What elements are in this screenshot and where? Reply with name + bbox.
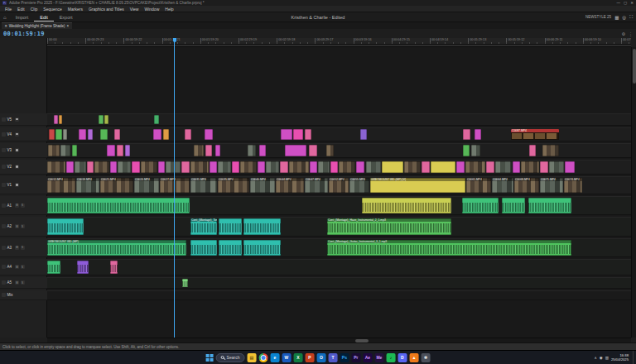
clip[interactable] (87, 161, 94, 173)
track-lock-icon[interactable] (2, 204, 6, 208)
track-header-a3[interactable]: A3MS (0, 238, 47, 257)
track-lock-icon[interactable] (2, 148, 6, 152)
clip[interactable] (110, 161, 117, 173)
clip[interactable]: C0031.MP4 (190, 178, 217, 193)
clip[interactable]: C0064.MP4 (492, 178, 513, 193)
track-header-v5[interactable]: V5 (0, 113, 47, 126)
clip[interactable] (521, 161, 539, 173)
track-lane-v5[interactable] (47, 113, 631, 126)
menu-item-view[interactable]: View (130, 7, 139, 12)
start-button[interactable] (206, 354, 214, 362)
clip[interactable] (243, 218, 281, 235)
clip[interactable] (259, 145, 266, 156)
clip[interactable] (475, 129, 481, 140)
mute-button[interactable]: M (15, 246, 19, 250)
clip[interactable] (285, 145, 306, 156)
menu-item-edit[interactable]: Edit (17, 7, 25, 12)
menu-item-window[interactable]: Window (144, 7, 159, 12)
network-icon[interactable]: ▥ (605, 356, 609, 360)
tab-edit[interactable]: Edit (34, 12, 53, 22)
clip[interactable] (502, 198, 525, 213)
track-header-v2[interactable]: V2 (0, 160, 47, 175)
track-lane-a3[interactable]: GREYMOUNT WD (MP)Cont_(Montage)_Guitar_I… (47, 238, 631, 257)
clip[interactable]: C0021.MP4 (100, 178, 133, 193)
workspaces-icon[interactable]: ▦ (614, 15, 619, 20)
clip[interactable] (243, 240, 281, 256)
taskbar-search[interactable]: Search (216, 353, 245, 362)
clip[interactable] (366, 161, 381, 173)
clip[interactable]: C0071.MP4 (540, 178, 563, 193)
horizontal-scrollbar-handle[interactable] (355, 339, 369, 342)
clip[interactable] (309, 145, 317, 156)
clip[interactable] (463, 145, 470, 156)
clip[interactable]: C0018.MP4 (76, 178, 99, 193)
clip[interactable] (232, 161, 239, 173)
track-lane-a2[interactable]: Cont_(Montage)_TomCont_(Montage)_Haze_In… (47, 217, 631, 237)
clip[interactable] (513, 161, 520, 173)
solo-button[interactable]: S (21, 224, 25, 228)
playhead[interactable] (174, 38, 175, 338)
track-lock-icon[interactable] (2, 132, 6, 136)
clip[interactable] (471, 145, 480, 156)
track-header-v3[interactable]: V3 (0, 143, 47, 158)
menu-item-sequence[interactable]: Sequence (43, 7, 62, 12)
clip[interactable] (77, 261, 89, 274)
clip[interactable] (72, 145, 77, 156)
spotify-icon[interactable]: ♪ (386, 353, 395, 362)
clip[interactable] (330, 161, 338, 173)
clip[interactable] (289, 161, 309, 173)
clip[interactable] (210, 161, 217, 173)
clip[interactable] (382, 161, 403, 173)
mute-button[interactable]: M (15, 280, 19, 285)
clip[interactable] (542, 145, 559, 156)
tab-export[interactable]: Export (54, 12, 79, 22)
clip[interactable] (117, 145, 123, 156)
clip[interactable] (125, 145, 130, 156)
clip[interactable] (339, 161, 355, 173)
mute-button[interactable]: M (15, 224, 19, 228)
clip[interactable] (48, 145, 60, 156)
menu-item-help[interactable]: Help (165, 7, 173, 12)
premiere-icon[interactable]: Pr (351, 353, 360, 362)
track-lane-a5[interactable] (47, 277, 631, 289)
clip[interactable] (215, 145, 220, 156)
clip[interactable]: C0044.MP4 (276, 178, 304, 193)
clip[interactable]: C0040.MP4 (250, 178, 275, 193)
excel-icon[interactable]: X (293, 353, 302, 362)
track-lock-icon[interactable] (2, 117, 6, 122)
clip[interactable] (540, 161, 548, 173)
teams-icon[interactable]: T (328, 353, 337, 362)
clip[interactable] (529, 145, 536, 156)
clip[interactable] (63, 129, 67, 140)
clip[interactable] (153, 129, 161, 140)
track-header-a2[interactable]: A2MS (0, 217, 47, 237)
fullscreen-icon[interactable]: ⛶ (629, 14, 633, 20)
panel-menu-icon[interactable]: ≡ (5, 24, 7, 28)
clip[interactable] (55, 129, 62, 140)
track-header-a4[interactable]: A4MS (0, 259, 47, 275)
clip[interactable]: C0024.MP4 (134, 178, 159, 193)
clip[interactable] (75, 161, 86, 173)
solo-button[interactable]: S (21, 265, 25, 269)
clip[interactable] (218, 161, 231, 173)
track-output-toggle-icon[interactable] (15, 117, 19, 122)
discord-icon[interactable]: D (398, 353, 407, 362)
clip[interactable] (79, 129, 86, 140)
clip[interactable] (118, 161, 131, 173)
timeline-settings-icon[interactable]: ⚙ (622, 31, 625, 36)
track-lane-a4[interactable] (47, 259, 631, 275)
clip[interactable] (132, 161, 140, 173)
playhead-timecode[interactable]: 00:01:59:19 (3, 31, 45, 37)
clip[interactable] (99, 115, 104, 124)
track-lane-v3[interactable] (47, 143, 631, 158)
track-output-toggle-icon[interactable] (15, 165, 19, 169)
clip[interactable] (462, 198, 499, 213)
clip[interactable] (219, 218, 242, 235)
clip[interactable] (528, 198, 571, 213)
clip[interactable] (240, 161, 257, 173)
vlc-icon[interactable]: ▲ (409, 353, 418, 362)
clip[interactable] (431, 161, 455, 173)
clip[interactable]: C0052.MP4 (329, 178, 349, 193)
clip[interactable]: C0087.MP4 (511, 129, 559, 140)
menu-item-graphics-and-titles[interactable]: Graphics and Titles (89, 7, 124, 12)
